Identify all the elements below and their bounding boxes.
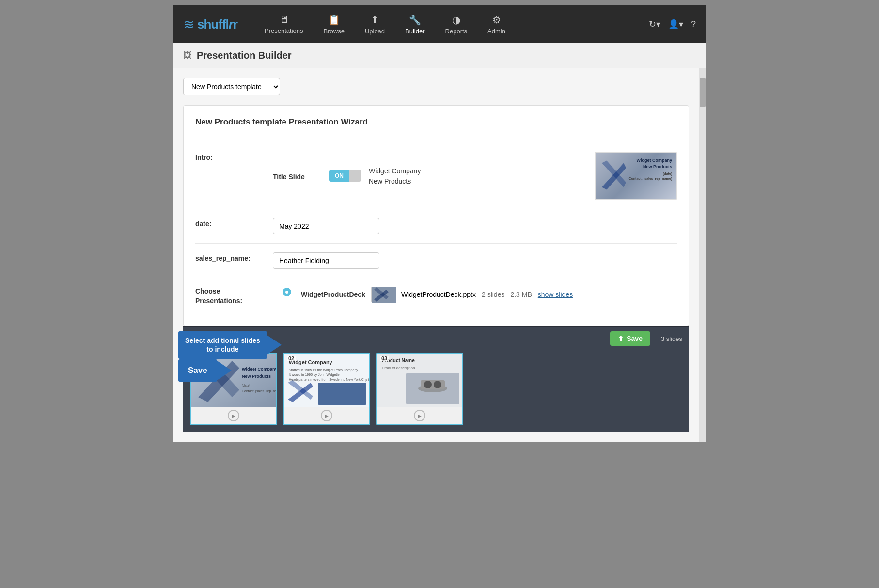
callout-select-arrow — [267, 335, 282, 355]
callout-save: Save — [178, 359, 232, 382]
slide-svg-03: Product Name Product description — [377, 354, 462, 407]
top-navigation: ≋ shufflrr 🖥 Presentations 📋 Browse ⬆ Up… — [173, 5, 706, 43]
nav-label-builder: Builder — [405, 28, 424, 35]
help-icon[interactable]: ? — [691, 19, 696, 30]
svg-text:Contact: [sales_rep_name]: Contact: [sales_rep_name] — [242, 389, 276, 393]
radio-inner — [285, 291, 288, 294]
slide-play-area-03: ▶ — [377, 407, 462, 424]
intro-content: Title Slide ON Widget Company New Produc… — [273, 152, 677, 200]
nav-item-presentations[interactable]: 🖥 Presentations — [257, 10, 311, 39]
nav-item-builder[interactable]: 🔧 Builder — [397, 10, 432, 39]
slide-svg-02: Widget Company Started in 1985 as the Wi… — [284, 354, 369, 407]
slide-title-line1: Widget Company — [369, 166, 421, 176]
sales-rep-input[interactable] — [273, 252, 379, 269]
choose-text: Choose — [195, 287, 273, 296]
date-label: date: — [195, 218, 273, 228]
svg-text:[date]: [date] — [242, 384, 251, 387]
nav-label-presentations: Presentations — [265, 27, 303, 34]
slides-count: 3 slides — [661, 335, 682, 342]
slide-thumb-03[interactable]: 03 Product Name Product description — [376, 353, 463, 425]
slide-type-label: Title Slide — [273, 171, 321, 181]
builder-header-icon: 🖼 — [183, 50, 192, 61]
sales-rep-content — [273, 252, 677, 269]
svg-text:Headquarters moved from Sweden: Headquarters moved from Sweden to New Yo… — [289, 378, 369, 382]
radio-button[interactable] — [283, 288, 291, 296]
page-header: 🖼 Presentation Builder — [173, 43, 706, 68]
intro-field-row: Intro: Title Slide ON Widget Company — [195, 143, 677, 209]
main-content: New Products template Standard template … — [173, 68, 699, 442]
upload-icon: ⬆ — [371, 14, 379, 26]
nav-item-reports[interactable]: ◑ Reports — [438, 10, 475, 39]
slide-img-02: Widget Company Started in 1985 as the Wi… — [284, 354, 369, 407]
slide-logo-svg — [599, 158, 628, 192]
slide-preview-text: Widget Company New Products [date] Conta… — [629, 157, 672, 181]
wizard-title: New Products template Presentation Wizar… — [195, 117, 677, 133]
play-button-01[interactable]: ▶ — [228, 410, 239, 421]
presentations-icon: 🖥 — [279, 14, 289, 25]
preview-line2: New Products — [629, 164, 672, 170]
preview-date-placeholder: [date] — [629, 171, 672, 176]
file-thumbnail — [371, 287, 395, 302]
tray-area: Select additional slidesto include Save … — [183, 326, 689, 432]
nav-label-browse: Browse — [324, 28, 345, 35]
toggle-off-state — [349, 170, 361, 182]
main-scrollbar[interactable] — [699, 68, 706, 442]
toggle-on-state: ON — [329, 170, 349, 182]
admin-icon: ⚙ — [492, 14, 501, 26]
callout-save-text: Save — [178, 359, 217, 382]
template-select[interactable]: New Products template Standard template … — [183, 78, 280, 95]
callout-select-text: Select additional slidesto include — [178, 331, 267, 358]
browse-icon: 📋 — [328, 14, 340, 26]
play-button-03[interactable]: ▶ — [414, 410, 425, 421]
show-slides-link[interactable]: show slides — [538, 291, 573, 298]
slide-thumb-02[interactable]: 02 Widget Company Started in 1985 as the… — [283, 353, 370, 425]
callout-save-arrow — [217, 361, 232, 380]
save-button[interactable]: ⬆ Save — [610, 331, 650, 346]
svg-text:Product description: Product description — [382, 366, 415, 370]
date-field-row: date: — [195, 209, 677, 244]
slides-row: 01 — [183, 350, 689, 432]
callout-select-slides: Select additional slidesto include — [178, 331, 282, 358]
sales-rep-field-row: sales_rep_name: — [195, 244, 677, 278]
logo-text: shufflrr — [197, 17, 237, 32]
file-size: 2.3 MB — [510, 291, 532, 298]
reports-icon: ◑ — [452, 14, 460, 26]
nav-right-controls: ↻▾ 👤▾ ? — [649, 19, 696, 30]
deck-thumbnail-svg — [372, 287, 396, 303]
refresh-icon[interactable]: ↻▾ — [649, 19, 660, 30]
nav-items: 🖥 Presentations 📋 Browse ⬆ Upload 🔧 Buil… — [257, 10, 649, 39]
nav-item-admin[interactable]: ⚙ Admin — [480, 10, 513, 39]
play-button-02[interactable]: ▶ — [321, 410, 332, 421]
deck-name: WidgetProductDeck — [301, 291, 365, 298]
slide-preview-thumbnail: Widget Company New Products [date] Conta… — [595, 152, 677, 200]
slide-number-03: 03 — [380, 356, 389, 361]
nav-label-reports: Reports — [445, 28, 468, 35]
save-label: Save — [627, 335, 643, 342]
toggle-on-off[interactable]: ON — [329, 170, 361, 182]
page-title: Presentation Builder — [197, 50, 292, 61]
slide-title-line2: New Products — [369, 176, 421, 186]
svg-text:Started in 1985 as the Widget : Started in 1985 as the Widget Proto Comp… — [289, 368, 359, 372]
svg-rect-11 — [318, 383, 366, 405]
wizard-panel: New Products template Presentation Wizar… — [183, 105, 689, 326]
user-icon[interactable]: 👤▾ — [668, 19, 683, 30]
svg-point-19 — [434, 381, 441, 388]
nav-item-browse[interactable]: 📋 Browse — [316, 10, 352, 39]
svg-text:It would in 1990 by John Widge: It would in 1990 by John Widgetier. — [289, 373, 342, 377]
logo-icon: ≋ — [183, 16, 194, 32]
slide-img-03: Product Name Product description — [377, 354, 462, 407]
logo[interactable]: ≋ shufflrr — [183, 16, 237, 32]
nav-label-upload: Upload — [365, 28, 385, 35]
svg-text:New Products: New Products — [242, 374, 271, 379]
preview-line1: Widget Company — [629, 157, 672, 164]
scrollbar-thumb[interactable] — [700, 78, 706, 107]
save-icon: ⬆ — [618, 335, 624, 342]
template-selector-row: New Products template Standard template … — [183, 78, 689, 95]
date-input[interactable] — [273, 218, 379, 234]
nav-item-upload[interactable]: ⬆ Upload — [357, 10, 392, 39]
slide-number-02: 02 — [287, 356, 296, 361]
presentations-text: Presentations: — [195, 296, 273, 306]
builder-icon: 🔧 — [409, 14, 421, 26]
presentation-file-info: WidgetProductDeck WidgetProductDeck.pptx… — [301, 287, 677, 302]
slide-play-area-01: ▶ — [191, 407, 276, 424]
